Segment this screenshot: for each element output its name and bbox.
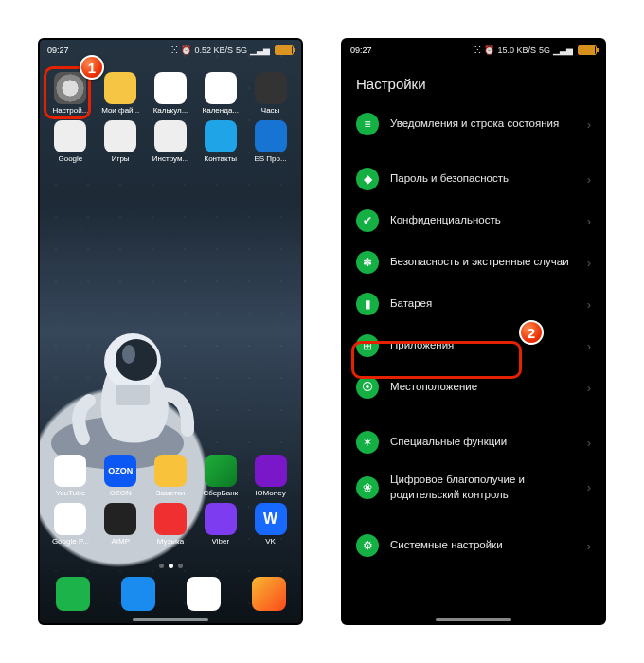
app-youtube-icon <box>54 455 86 487</box>
status-signal: 5G <box>539 45 550 55</box>
app-umoney[interactable]: ЮMoney <box>245 455 295 497</box>
app-umoney-label: ЮMoney <box>256 489 286 497</box>
app-viber[interactable]: Viber <box>195 503 245 546</box>
home-indicator <box>133 618 208 621</box>
app-calendar-icon <box>205 72 237 104</box>
app-files-icon <box>104 72 136 104</box>
settings-location-label: Местоположение <box>390 380 576 395</box>
app-aimp-label: AIMP <box>111 537 130 546</box>
app-games-folder[interactable]: Игры <box>96 120 146 163</box>
callout-badge-2: 2 <box>519 320 544 345</box>
status-time: 09:27 <box>47 45 69 55</box>
app-files[interactable]: Мои фай... <box>96 72 146 115</box>
chevron-right-icon: › <box>587 480 591 494</box>
app-youtube-label: YouTube <box>56 489 85 497</box>
app-play-store[interactable]: Google P... <box>45 503 96 546</box>
settings-battery-icon: ▮ <box>356 293 379 315</box>
app-games-folder-label: Игры <box>112 154 130 163</box>
app-notes[interactable]: Заметки <box>146 455 196 497</box>
status-net: 15.0 KB/S <box>497 45 536 55</box>
chevron-right-icon: › <box>587 339 591 353</box>
app-calculator-icon <box>154 72 187 104</box>
chevron-right-icon: › <box>587 172 591 187</box>
app-clock-label: Часы <box>261 106 280 115</box>
wallpaper-astronaut <box>51 273 212 472</box>
chevron-right-icon: › <box>587 256 591 270</box>
app-music-label: Музыка <box>157 537 184 546</box>
settings-password[interactable]: ◆Пароль и безопасность› <box>343 158 604 200</box>
battery-icon <box>578 45 597 55</box>
settings-privacy-icon: ✔ <box>356 209 379 232</box>
app-aimp[interactable]: AIMP <box>96 503 146 546</box>
app-ozon-icon: OZON <box>104 455 136 487</box>
callout-highlight-2 <box>351 341 522 379</box>
app-grid-lower: YouTubeOZONOZONЗаметкиСберБанкЮMoneyGoog… <box>40 451 301 549</box>
app-es-explorer-label: ES Про... <box>254 154 286 163</box>
app-contacts-icon <box>205 120 237 152</box>
app-google-folder[interactable]: Google <box>45 120 96 163</box>
app-sberbank[interactable]: СберБанк <box>195 455 245 497</box>
dock-yandex[interactable] <box>187 577 221 611</box>
settings-location-icon: ⦿ <box>356 376 379 399</box>
app-aimp-icon <box>104 503 136 535</box>
app-youtube[interactable]: YouTube <box>45 455 96 497</box>
dock-camera[interactable] <box>252 577 286 611</box>
app-google-folder-icon <box>54 120 86 152</box>
app-tools-folder[interactable]: Инструм... <box>146 120 196 163</box>
app-files-label: Мои фай... <box>101 106 139 115</box>
app-music-icon <box>154 503 187 535</box>
chevron-right-icon: › <box>587 117 591 132</box>
app-viber-icon <box>205 503 237 535</box>
settings-wellbeing-label: Цифровое благополучие и родительский кон… <box>390 473 576 502</box>
settings-system-label: Системные настройки <box>390 538 576 553</box>
callout-badge-1: 1 <box>80 55 104 80</box>
status-bar: 09:27 ⵘ ⏰ 15.0 KB/S 5G ▁▃▅ <box>343 40 604 61</box>
settings-system[interactable]: ⚙Системные настройки› <box>343 525 604 566</box>
settings-privacy[interactable]: ✔Конфиденциальность› <box>343 200 604 242</box>
app-calculator-label: Калькул... <box>153 106 188 115</box>
app-ozon[interactable]: OZONOZON <box>96 455 146 497</box>
status-bar: 09:27 ⵘ ⏰ 0.52 KB/S 5G ▁▃▅ <box>40 40 301 61</box>
app-vk-label: VK <box>265 537 276 546</box>
settings-system-icon: ⚙ <box>356 534 379 557</box>
app-umoney-icon <box>255 455 287 487</box>
app-contacts-label: Контакты <box>205 154 238 163</box>
page-indicator <box>40 564 301 568</box>
chevron-right-icon: › <box>587 297 591 312</box>
chevron-right-icon: › <box>587 436 591 450</box>
app-clock[interactable]: Часы <box>245 72 295 115</box>
settings-special[interactable]: ✶Специальные функции› <box>343 421 604 463</box>
settings-battery-label: Батарея <box>390 296 576 312</box>
settings-special-icon: ✶ <box>356 431 379 454</box>
dock <box>40 570 301 618</box>
app-calculator[interactable]: Калькул... <box>146 72 196 115</box>
status-bt-icon: ⵘ <box>474 45 481 55</box>
settings-emergency-icon: ✽ <box>356 251 379 274</box>
settings-notifications-icon: ≡ <box>356 113 379 135</box>
app-vk[interactable]: WVK <box>245 503 295 546</box>
settings-notifications[interactable]: ≡Уведомления и строка состояния› <box>343 103 604 145</box>
settings-battery[interactable]: ▮Батарея› <box>343 283 604 325</box>
svg-point-3 <box>122 345 135 364</box>
phone-settings-screen: 09:27 ⵘ ⏰ 15.0 KB/S 5G ▁▃▅ Настройки ≡Ув… <box>341 38 606 625</box>
dock-messages[interactable] <box>121 577 155 611</box>
app-calendar[interactable]: Календа... <box>195 72 245 115</box>
app-contacts[interactable]: Контакты <box>195 120 245 163</box>
settings-list: ≡Уведомления и строка состояния›◆Пароль … <box>343 103 604 566</box>
app-sberbank-icon <box>205 455 237 487</box>
app-play-store-label: Google P... <box>52 537 89 546</box>
app-notes-icon <box>154 455 187 487</box>
app-music[interactable]: Музыка <box>146 503 196 546</box>
settings-password-label: Пароль и безопасность <box>390 171 576 187</box>
chevron-right-icon: › <box>587 381 591 395</box>
settings-wellbeing[interactable]: ❀Цифровое благополучие и родительский ко… <box>343 463 604 511</box>
dock-phone[interactable] <box>56 577 90 611</box>
svg-point-2 <box>116 339 157 381</box>
settings-notifications-label: Уведомления и строка состояния <box>390 116 576 132</box>
status-signal: 5G <box>236 45 247 55</box>
status-bt-icon: ⵘ <box>171 45 178 55</box>
settings-emergency[interactable]: ✽Безопасность и экстренные случаи› <box>343 242 604 283</box>
status-alarm-icon: ⏰ <box>484 45 494 55</box>
settings-password-icon: ◆ <box>356 168 379 190</box>
app-es-explorer[interactable]: ES Про... <box>245 120 295 163</box>
